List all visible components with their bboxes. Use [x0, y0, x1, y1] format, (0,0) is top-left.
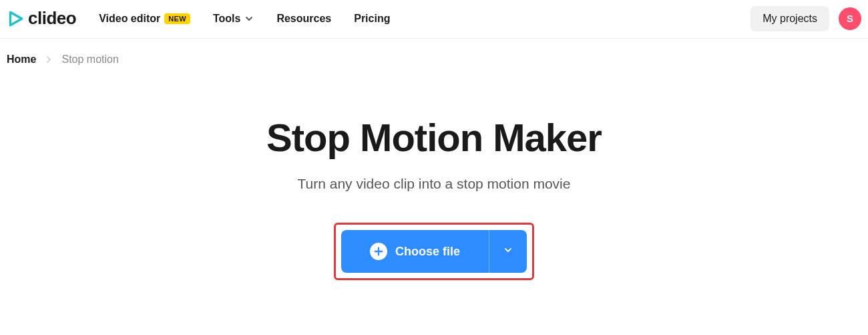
nav-tools[interactable]: Tools [213, 13, 254, 25]
nav-video-editor[interactable]: Video editor NEW [99, 13, 190, 25]
page-subtitle: Turn any video clip into a stop motion m… [0, 176, 868, 192]
logo-play-icon [7, 10, 24, 27]
choose-file-button-group: Choose file [341, 230, 527, 273]
nav-pricing[interactable]: Pricing [354, 13, 390, 25]
choose-file-highlight: Choose file [334, 223, 534, 280]
breadcrumb-current: Stop motion [61, 53, 118, 66]
choose-file-button[interactable]: Choose file [341, 230, 489, 273]
choose-file-dropdown[interactable] [489, 230, 527, 273]
avatar[interactable]: S [839, 7, 861, 30]
logo[interactable]: clideo [7, 8, 76, 29]
plus-icon [370, 243, 387, 260]
nav-resources[interactable]: Resources [276, 13, 331, 25]
nav-right: My projects S [750, 6, 861, 31]
nav-pricing-label: Pricing [354, 13, 390, 25]
nav-video-editor-label: Video editor [99, 13, 160, 25]
breadcrumb: Home Stop motion [0, 39, 868, 66]
header-bar: clideo Video editor NEW Tools Resources … [0, 0, 868, 39]
badge-new: NEW [164, 13, 190, 24]
my-projects-button[interactable]: My projects [750, 6, 829, 31]
chevron-down-icon [503, 245, 513, 257]
chevron-down-icon [244, 14, 254, 23]
logo-text: clideo [28, 8, 76, 29]
nav-tools-label: Tools [213, 13, 240, 25]
nav-resources-label: Resources [276, 13, 331, 25]
hero: Stop Motion Maker Turn any video clip in… [0, 115, 868, 280]
page-title: Stop Motion Maker [0, 115, 868, 160]
breadcrumb-home[interactable]: Home [7, 53, 36, 66]
choose-file-label: Choose file [395, 245, 460, 259]
nav-left: clideo Video editor NEW Tools Resources … [7, 8, 390, 29]
chevron-right-icon [45, 56, 52, 63]
